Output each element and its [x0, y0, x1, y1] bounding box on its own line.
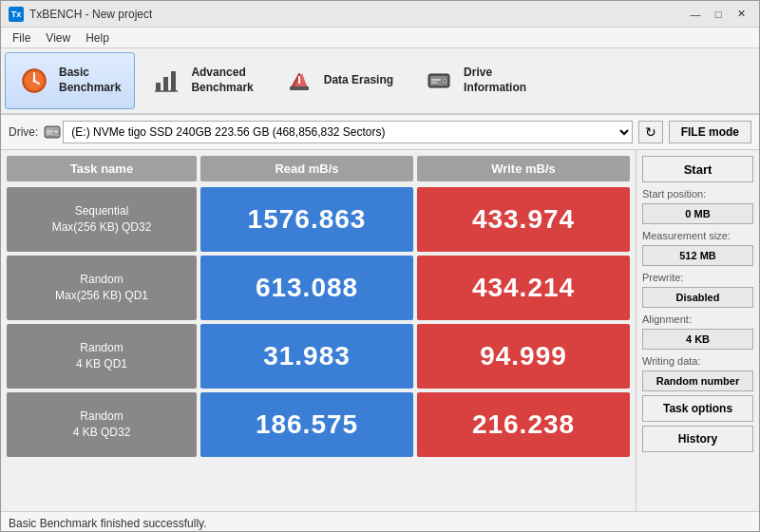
bench-read-1: 613.088	[200, 256, 413, 320]
toolbar-drive-information[interactable]: Drive Information	[409, 52, 541, 109]
writing-data-value: Random number	[642, 370, 753, 391]
bench-label-2: Random 4 KB QD1	[7, 324, 197, 389]
erase-icon	[284, 66, 314, 96]
svg-point-4	[33, 80, 36, 83]
bench-row-3: Random 4 KB QD32 186.575 216.238	[7, 392, 630, 457]
svg-rect-11	[290, 86, 309, 90]
bench-write-0: 433.974	[417, 187, 630, 252]
advanced-benchmark-label: Advanced Benchmark	[191, 66, 253, 95]
start-button[interactable]: Start	[642, 156, 753, 182]
prewrite-label: Prewrite:	[642, 272, 753, 283]
svg-rect-6	[163, 77, 168, 91]
svg-rect-5	[156, 83, 161, 91]
bench-read-3: 186.575	[200, 392, 413, 457]
menu-file[interactable]: File	[5, 29, 38, 47]
start-position-value: 0 MB	[642, 203, 753, 224]
bench-row-0: Sequential Max(256 KB) QD32 1576.863 433…	[7, 187, 630, 252]
writing-data-label: Writing data:	[642, 355, 753, 367]
drive-small-icon	[44, 125, 61, 139]
menu-bar: File View Help	[1, 28, 759, 48]
svg-rect-23	[47, 133, 51, 134]
bench-write-3: 216.238	[417, 392, 630, 457]
clock-icon	[19, 66, 49, 96]
toolbar-advanced-benchmark[interactable]: Advanced Benchmark	[137, 52, 267, 109]
main-area: Task name Read mB/s Write mB/s Sequentia…	[1, 150, 759, 511]
menu-help[interactable]: Help	[78, 29, 117, 47]
svg-point-21	[54, 129, 59, 134]
drive-dropdown[interactable]: (E:) NVMe tigo SSD 240GB 223.56 GB (468,…	[63, 121, 632, 143]
history-button[interactable]: History	[642, 426, 753, 452]
bench-label-1: Random Max(256 KB) QD1	[7, 256, 197, 320]
svg-rect-22	[47, 131, 53, 133]
alignment-value: 4 KB	[642, 329, 753, 350]
svg-rect-17	[431, 79, 441, 81]
drive-label: Drive:	[9, 125, 38, 139]
window-title: TxBENCH - New project	[29, 8, 685, 21]
bench-read-2: 31.983	[200, 324, 413, 389]
minimize-button[interactable]: —	[685, 6, 706, 23]
prewrite-value: Disabled	[642, 287, 753, 308]
bench-write-1: 434.214	[417, 256, 630, 320]
drive-refresh-button[interactable]: ↻	[638, 121, 663, 143]
bench-row-2: Random 4 KB QD1 31.983 94.999	[7, 324, 630, 389]
bar-chart-icon	[151, 66, 181, 96]
task-options-button[interactable]: Task options	[642, 395, 753, 422]
app-icon: Tx	[9, 7, 24, 22]
bench-read-0: 1576.863	[200, 187, 413, 252]
table-header: Task name Read mB/s Write mB/s	[7, 156, 630, 181]
right-panel: Start Start position: 0 MB Measurement s…	[636, 150, 759, 511]
maximize-button[interactable]: □	[708, 6, 729, 23]
drive-row: Drive: (E:) NVMe tigo SSD 240GB 223.56 G…	[1, 115, 759, 150]
table-area: Task name Read mB/s Write mB/s Sequentia…	[1, 150, 636, 511]
menu-view[interactable]: View	[38, 29, 78, 47]
col-header-read: Read mB/s	[200, 156, 413, 181]
data-erasing-label: Data Erasing	[324, 73, 393, 88]
alignment-label: Alignment:	[642, 314, 753, 325]
measurement-size-label: Measurement size:	[642, 230, 753, 241]
file-mode-button[interactable]: FILE mode	[669, 121, 751, 143]
svg-rect-7	[171, 71, 176, 91]
title-bar: Tx TxBENCH - New project — □ ✕	[1, 1, 759, 28]
svg-rect-18	[431, 82, 437, 84]
bench-label-0: Sequential Max(256 KB) QD32	[7, 187, 197, 252]
col-header-task: Task name	[7, 156, 197, 181]
bench-row-1: Random Max(256 KB) QD1 613.088 434.214	[7, 256, 630, 320]
status-bar: Basic Benchmark finished successfully.	[1, 511, 759, 532]
bench-write-2: 94.999	[417, 324, 630, 389]
basic-benchmark-label: Basic Benchmark	[59, 66, 121, 95]
drive-icon	[424, 66, 454, 96]
measurement-size-value: 512 MB	[642, 245, 753, 266]
status-text: Basic Benchmark finished successfully.	[9, 517, 207, 530]
toolbar-basic-benchmark[interactable]: Basic Benchmark	[5, 52, 135, 109]
start-position-label: Start position:	[642, 188, 753, 200]
svg-point-16	[444, 80, 446, 82]
bench-label-3: Random 4 KB QD32	[7, 392, 197, 457]
drive-information-label: Drive Information	[464, 66, 526, 95]
window-controls: — □ ✕	[685, 6, 751, 23]
col-header-write: Write mB/s	[417, 156, 630, 181]
toolbar: Basic Benchmark Advanced Benchmark Data …	[1, 48, 759, 115]
toolbar-data-erasing[interactable]: Data Erasing	[270, 52, 408, 109]
close-button[interactable]: ✕	[731, 6, 751, 23]
